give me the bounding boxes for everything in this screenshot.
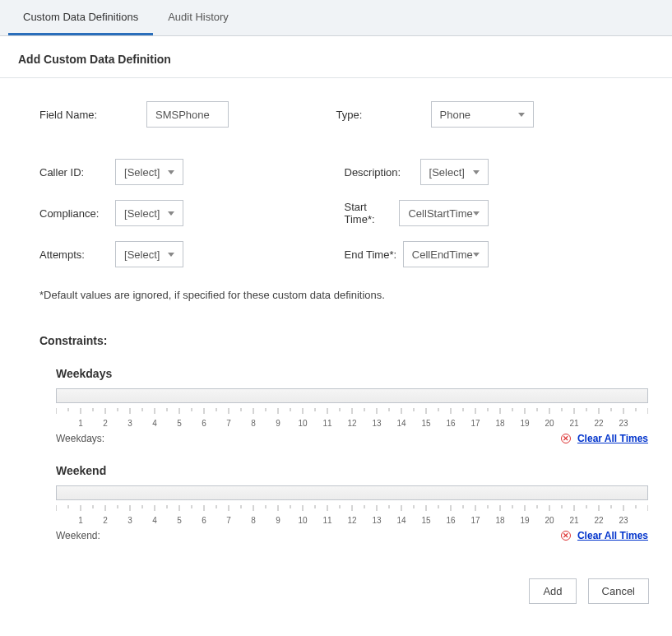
type-select[interactable]: Phone bbox=[431, 101, 534, 128]
tab-custom-data-definitions[interactable]: Custom Data Definitions bbox=[8, 0, 153, 35]
hour-label: 22 bbox=[586, 516, 611, 525]
hour-label: 6 bbox=[192, 516, 216, 525]
cancel-button[interactable]: Cancel bbox=[588, 578, 649, 604]
attempts-value: [Select] bbox=[124, 248, 160, 261]
description-value: [Select] bbox=[429, 166, 465, 179]
weekdays-slider[interactable] bbox=[56, 388, 648, 403]
caller-id-select[interactable]: [Select] bbox=[115, 159, 183, 185]
weekend-ticks bbox=[56, 505, 648, 512]
chevron-down-icon bbox=[168, 170, 174, 174]
hour-label: 4 bbox=[142, 419, 167, 428]
hour-label: 1 bbox=[68, 419, 93, 428]
caller-id-value: [Select] bbox=[124, 166, 160, 179]
weekdays-footer-label: Weekdays: bbox=[56, 433, 104, 444]
field-name-label: Field Name: bbox=[39, 109, 146, 121]
hour-label: 15 bbox=[414, 419, 438, 428]
attempts-label: Attempts: bbox=[39, 248, 115, 261]
weekend-hour-row: 1234567891011121314151617181920212223 bbox=[56, 516, 648, 525]
hour-label: 14 bbox=[389, 419, 414, 428]
compliance-label: Compliance: bbox=[39, 207, 115, 220]
hour-label: 7 bbox=[216, 516, 241, 525]
compliance-select[interactable]: [Select] bbox=[115, 200, 183, 226]
weekend-footer-label: Weekend: bbox=[56, 530, 100, 541]
hour-label: 17 bbox=[463, 516, 488, 525]
close-icon[interactable]: ✕ bbox=[561, 531, 571, 541]
hour-label: 21 bbox=[562, 516, 586, 525]
hour-label: 19 bbox=[512, 419, 537, 428]
hour-label: 16 bbox=[438, 419, 463, 428]
end-time-select[interactable]: CellEndTime bbox=[403, 241, 489, 267]
hour-label: 19 bbox=[512, 516, 537, 525]
end-time-label: End Time*: bbox=[345, 248, 403, 261]
chevron-down-icon bbox=[518, 113, 525, 117]
hour-label: 5 bbox=[167, 516, 192, 525]
hour-label: 11 bbox=[315, 516, 340, 525]
hour-label: 10 bbox=[290, 516, 315, 525]
hour-label: 13 bbox=[364, 419, 389, 428]
hour-label: 10 bbox=[290, 419, 315, 428]
hour-label: 3 bbox=[118, 419, 142, 428]
attempts-select[interactable]: [Select] bbox=[115, 241, 183, 267]
weekdays-hour-row: 1234567891011121314151617181920212223 bbox=[56, 419, 648, 428]
hour-label: 8 bbox=[241, 516, 266, 525]
close-icon[interactable]: ✕ bbox=[561, 434, 571, 443]
hour-label: 5 bbox=[167, 419, 192, 428]
start-time-value: CellStartTime bbox=[408, 207, 472, 220]
hour-label: 7 bbox=[216, 419, 241, 428]
weekdays-constraint: Weekdays 1234567891011121314151617181920… bbox=[56, 367, 633, 444]
weekdays-heading: Weekdays bbox=[56, 367, 633, 380]
hour-label: 20 bbox=[537, 516, 562, 525]
hour-label: 17 bbox=[463, 419, 488, 428]
field-name-input[interactable]: SMSPhone bbox=[146, 101, 229, 128]
hour-label: 23 bbox=[611, 419, 636, 428]
weekend-slider[interactable] bbox=[56, 485, 648, 500]
hour-label: 16 bbox=[438, 516, 463, 525]
hour-label: 6 bbox=[192, 419, 216, 428]
chevron-down-icon bbox=[168, 253, 174, 257]
weekend-heading: Weekend bbox=[56, 464, 633, 477]
hour-label: 2 bbox=[93, 516, 118, 525]
hour-label: 12 bbox=[340, 516, 364, 525]
hour-label: 2 bbox=[93, 419, 118, 428]
section-title: Add Custom Data Definition bbox=[0, 36, 672, 78]
weekdays-ticks bbox=[56, 408, 648, 415]
hour-label: 18 bbox=[488, 419, 512, 428]
hour-label: 9 bbox=[266, 419, 290, 428]
hour-label: 18 bbox=[488, 516, 512, 525]
hour-label: 15 bbox=[414, 516, 438, 525]
hour-label: 22 bbox=[586, 419, 611, 428]
hour-label: 14 bbox=[389, 516, 414, 525]
hour-label: 20 bbox=[537, 419, 562, 428]
hour-label: 3 bbox=[118, 516, 142, 525]
clear-all-times-weekend[interactable]: Clear All Times bbox=[577, 530, 648, 541]
caller-id-label: Caller ID: bbox=[39, 166, 115, 179]
hour-label: 12 bbox=[340, 419, 364, 428]
end-time-value: CellEndTime bbox=[412, 248, 473, 261]
start-time-label: Start Time*: bbox=[345, 201, 400, 225]
add-button[interactable]: Add bbox=[529, 578, 576, 604]
type-label: Type: bbox=[336, 109, 431, 121]
type-select-value: Phone bbox=[440, 109, 471, 121]
hour-label: 1 bbox=[68, 516, 93, 525]
chevron-down-icon bbox=[473, 211, 480, 216]
chevron-down-icon bbox=[168, 211, 174, 216]
chevron-down-icon bbox=[473, 170, 480, 174]
hour-label: 4 bbox=[142, 516, 167, 525]
hour-label: 8 bbox=[241, 419, 266, 428]
default-values-note: *Default values are ignored, if specifie… bbox=[39, 289, 633, 301]
description-label: Description: bbox=[345, 166, 420, 179]
hour-label: 21 bbox=[562, 419, 586, 428]
start-time-select[interactable]: CellStartTime bbox=[399, 200, 488, 226]
clear-all-times-weekdays[interactable]: Clear All Times bbox=[577, 433, 648, 444]
hour-label: 11 bbox=[315, 419, 340, 428]
hour-label: 9 bbox=[266, 516, 290, 525]
weekend-constraint: Weekend 12345678910111213141516171819202… bbox=[56, 464, 633, 541]
hour-label: 23 bbox=[611, 516, 636, 525]
chevron-down-icon bbox=[473, 253, 480, 257]
description-select[interactable]: [Select] bbox=[420, 159, 489, 185]
hour-label: 13 bbox=[364, 516, 389, 525]
tabs-bar: Custom Data Definitions Audit History bbox=[0, 0, 672, 36]
compliance-value: [Select] bbox=[124, 207, 160, 220]
tab-audit-history[interactable]: Audit History bbox=[153, 0, 243, 35]
constraints-title: Constraints: bbox=[39, 334, 633, 347]
